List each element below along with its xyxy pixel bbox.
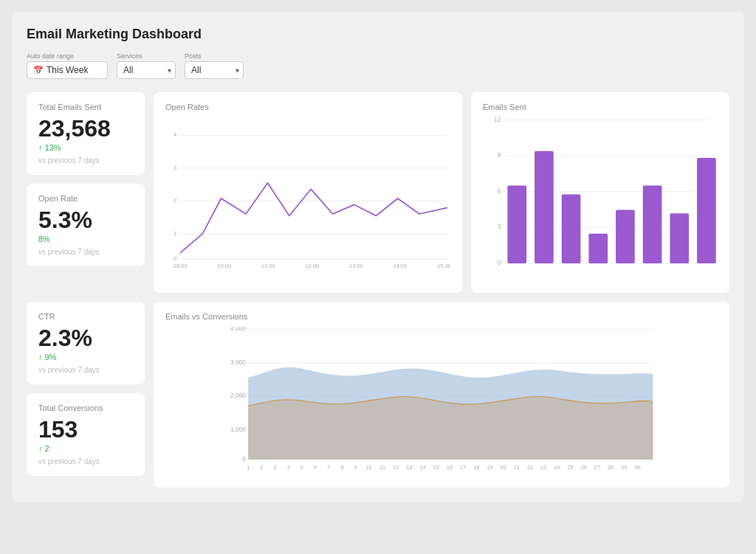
svg-text:13:00: 13:00	[349, 263, 363, 269]
bar-3	[562, 195, 581, 264]
svg-text:7: 7	[327, 464, 330, 471]
open-rate-card: Open Rate 5.3% 8% vs previous 7 days	[27, 184, 145, 266]
emails-sent-chart-card: Emails Sent 12 9 6 3 0	[471, 92, 729, 293]
main-grid: Total Emails Sent 23,568 ↑ 13% vs previo…	[27, 92, 729, 293]
svg-text:15:00: 15:00	[437, 263, 450, 269]
total-emails-vs: vs previous 7 days	[38, 156, 133, 165]
svg-text:8: 8	[340, 464, 343, 471]
calendar-icon: 📅	[33, 66, 44, 75]
svg-text:0: 0	[173, 255, 176, 262]
bar-4	[588, 234, 608, 263]
svg-text:11:00: 11:00	[261, 263, 275, 269]
svg-text:10:00: 10:00	[217, 263, 231, 269]
svg-text:10: 10	[366, 464, 372, 471]
posts-filter-wrapper: All	[185, 61, 244, 79]
svg-text:23: 23	[540, 464, 546, 471]
svg-text:9: 9	[354, 464, 357, 471]
open-rates-chart-title: Open Rates	[165, 103, 450, 111]
bar-7	[670, 213, 689, 263]
svg-text:12: 12	[494, 117, 501, 123]
svg-text:14:00: 14:00	[394, 263, 408, 269]
svg-text:12: 12	[393, 464, 399, 471]
ctr-label: CTR	[38, 312, 133, 321]
posts-filter-label: Posts	[185, 52, 244, 60]
svg-text:30: 30	[634, 464, 640, 471]
bar-8	[697, 158, 716, 263]
svg-text:6: 6	[498, 188, 501, 195]
svg-text:20: 20	[501, 464, 506, 471]
open-rate-vs: vs previous 7 days	[38, 248, 133, 256]
svg-text:4,000: 4,000	[230, 327, 246, 332]
bottom-grid: CTR 2.3% ↑ 9% vs previous 7 days Total C…	[27, 302, 729, 488]
svg-text:24: 24	[554, 464, 560, 471]
bar-6	[643, 186, 662, 263]
svg-text:4: 4	[287, 464, 290, 471]
svg-text:14: 14	[419, 464, 425, 471]
conversions-area	[248, 397, 653, 460]
svg-text:0: 0	[242, 456, 246, 463]
open-rates-svg: 4 3 2 1 0 09:00 10:00 11:00 12:00	[165, 117, 450, 280]
conversions-card: Total Conversions 153 ↑ 2 vs previous 7 …	[27, 393, 145, 476]
emails-vs-conversions-card: Emails vs Conversions 4,000 3,000 2,000 …	[154, 302, 729, 488]
svg-text:22: 22	[527, 464, 533, 471]
date-filter-group: Auto date range 📅 This Week	[27, 52, 108, 79]
ctr-change: ↑ 9%	[38, 353, 133, 361]
svg-text:5: 5	[300, 464, 303, 471]
svg-text:4: 4	[173, 131, 176, 138]
bar-1	[507, 186, 526, 263]
svg-text:0: 0	[498, 260, 501, 266]
svg-text:2: 2	[173, 197, 176, 204]
emails-vs-conversions-title: Emails vs Conversions	[165, 312, 718, 321]
svg-text:16: 16	[447, 464, 453, 471]
open-rate-value: 5.3%	[38, 207, 133, 233]
dashboard: Email Marketing Dashboard Auto date rang…	[12, 12, 744, 502]
svg-text:3,000: 3,000	[230, 359, 246, 366]
services-filter-select[interactable]: All	[117, 61, 176, 79]
svg-text:09:00: 09:00	[173, 263, 188, 269]
services-filter-wrapper: All	[117, 61, 176, 79]
open-rates-chart-card: Open Rates 4 3 2 1 0 09:00 10	[154, 92, 462, 293]
svg-text:12:00: 12:00	[305, 263, 319, 269]
total-emails-change: ↑ 13%	[38, 143, 133, 152]
total-emails-value: 23,568	[38, 116, 133, 142]
filters-bar: Auto date range 📅 This Week Services All…	[27, 52, 729, 79]
svg-text:17: 17	[460, 464, 466, 471]
svg-text:28: 28	[608, 464, 614, 471]
date-filter-label: Auto date range	[27, 52, 108, 60]
bar-2	[535, 151, 554, 263]
emails-vs-conversions-svg: 4,000 3,000 2,000 1,000 0	[165, 327, 718, 474]
svg-text:9: 9	[498, 152, 501, 159]
svg-text:1: 1	[173, 230, 176, 237]
posts-filter-group: Posts All	[185, 52, 244, 79]
svg-text:3: 3	[274, 464, 277, 471]
posts-filter-select[interactable]: All	[185, 61, 244, 79]
services-filter-group: Services All	[117, 52, 176, 79]
emails-sent-svg: 12 9 6 3 0	[483, 117, 718, 280]
svg-text:29: 29	[621, 464, 627, 471]
svg-text:2: 2	[260, 464, 263, 471]
svg-text:2,000: 2,000	[230, 392, 246, 399]
svg-text:3: 3	[173, 165, 176, 171]
conversions-value: 153	[38, 417, 133, 443]
emails-sent-chart-title: Emails Sent	[483, 103, 718, 111]
svg-text:18: 18	[473, 464, 479, 471]
svg-text:11: 11	[379, 464, 385, 471]
date-filter-button[interactable]: 📅 This Week	[27, 61, 108, 79]
svg-text:19: 19	[487, 464, 492, 471]
date-filter-value: This Week	[47, 65, 88, 75]
open-rate-change: 8%	[38, 235, 133, 243]
svg-text:1: 1	[247, 464, 250, 471]
left-bottom-stat-column: CTR 2.3% ↑ 9% vs previous 7 days Total C…	[27, 302, 145, 488]
svg-text:6: 6	[314, 464, 317, 471]
conversions-label: Total Conversions	[38, 404, 133, 412]
services-filter-label: Services	[117, 52, 176, 60]
open-rate-label: Open Rate	[38, 194, 133, 203]
svg-text:15: 15	[433, 464, 439, 471]
svg-text:25: 25	[567, 464, 573, 471]
svg-text:27: 27	[594, 464, 600, 471]
svg-text:21: 21	[514, 464, 520, 471]
conversions-vs: vs previous 7 days	[38, 457, 133, 465]
svg-text:13: 13	[406, 464, 412, 471]
total-emails-card: Total Emails Sent 23,568 ↑ 13% vs previo…	[27, 92, 145, 175]
ctr-card: CTR 2.3% ↑ 9% vs previous 7 days	[27, 302, 145, 384]
